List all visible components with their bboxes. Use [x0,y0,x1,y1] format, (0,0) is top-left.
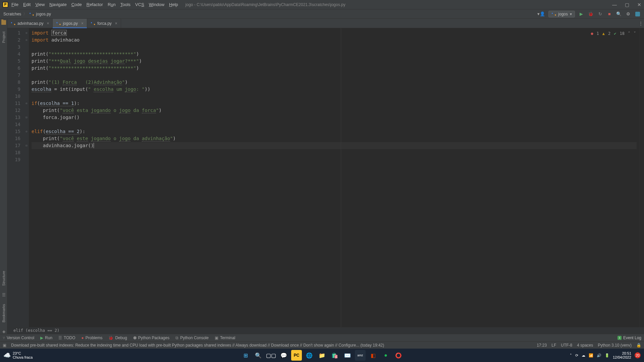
todo-icon: ☰ [58,336,62,340]
chrome-app-icon[interactable]: ⭕ [393,350,404,361]
tool-windows-toggle-icon[interactable]: ▣ [3,343,6,348]
close-tab-icon[interactable]: × [81,21,84,26]
project-tool-label[interactable]: Project [2,32,6,43]
mail-app-icon[interactable]: ✉️ [342,350,353,361]
python-icon: ⧉ [175,336,178,340]
edge-app-icon[interactable]: 🌐 [304,350,315,361]
python-icon [551,12,556,16]
close-tab-icon[interactable]: × [115,21,117,26]
status-message[interactable]: Download pre-built shared indexes: Reduc… [11,343,532,348]
menu-file[interactable]: File [11,2,18,7]
close-button[interactable]: ✕ [637,2,641,7]
tab-jogos[interactable]: jogos.py × [53,19,87,28]
menu-run[interactable]: Run [108,2,116,7]
menu-window[interactable]: Window [149,2,164,7]
chevron-down-icon[interactable]: ˅ [634,30,636,37]
stop-button[interactable]: ■ [606,11,612,17]
todo-tool[interactable]: ☰TODO [58,336,75,340]
context-text[interactable]: elif (escolha == 2) [13,328,59,333]
weather-widget[interactable]: ☁️ 23°C Chuva fraca [3,351,33,359]
tab-forca[interactable]: forca.py × [87,19,121,28]
lock-icon[interactable]: 🔒 [636,343,641,348]
structure-tool-label[interactable]: Structure [2,271,6,286]
breadcrumb-context: elif (escolha == 2) [7,327,644,334]
menu-code[interactable]: Code [71,2,82,7]
code-with-me-button[interactable] [635,11,641,17]
dropdown-icon: ▾ [570,12,572,16]
problems-tool[interactable]: ●Problems [82,336,103,340]
indent-setting[interactable]: 4 spaces [577,343,593,348]
menu-help[interactable]: Help [169,2,178,7]
explorer-app-icon[interactable]: 📁 [317,350,327,361]
run-coverage-button[interactable]: ↻ [597,11,603,17]
bookmarks-tool-label[interactable]: Bookmarks [2,304,6,322]
maximize-button[interactable]: ▢ [625,2,629,7]
code-editor[interactable]: 12345678910111213141516171819 ⊖⊖⊖⊟⊖⊟ ●1 … [7,28,644,327]
tab-advinhacao[interactable]: advinhacao.py × [7,19,53,28]
settings-button[interactable]: ⚙ [625,11,631,17]
menu-refactor[interactable]: Refactor [87,2,103,7]
problems-icon: ● [82,336,84,340]
main-menu: File Edit View Navigate Code Refactor Ru… [11,2,178,7]
typo-count: 18 [620,30,625,37]
python-interpreter[interactable]: Python 3.10 (venv) [598,343,632,348]
tray-sync-icon[interactable]: ⟳ [575,353,578,358]
line-separator[interactable]: LF [551,343,556,348]
search-everywhere-button[interactable]: 🔍 [616,11,622,17]
typo-check-icon: ✔ [614,30,616,37]
chevron-up-icon[interactable]: ˄ [628,30,630,37]
tray-battery-icon[interactable]: 🔋 [605,353,609,358]
breadcrumb-root[interactable]: Scratches [3,12,21,16]
menu-navigate[interactable]: Navigate [49,2,66,7]
tab-options-icon[interactable]: ⋮ [637,19,644,28]
terminal-tool[interactable]: ▣Terminal [215,336,235,340]
start-button[interactable]: ⊞ [240,350,251,361]
window-title: jogo - C:\Users\pablo\AppData\Roaming\Je… [185,2,345,7]
python-console-tool[interactable]: ⧉Python Console [175,336,209,340]
menu-tools[interactable]: Tools [120,2,130,7]
version-control-tool[interactable]: ⑂Version Control [3,336,34,340]
menu-edit[interactable]: Edit [23,2,31,7]
structure-icon[interactable]: ☰ [2,293,6,297]
spotify-app-icon[interactable]: ● [380,350,391,361]
tray-wifi-icon[interactable]: 📶 [589,353,593,358]
package-icon: ⬢ [133,336,137,340]
problems-label: Problems [86,336,103,340]
office-app-icon[interactable]: ◧ [368,350,378,361]
inspection-widget[interactable]: ●1 ▲2 ✔18 ˄ ˅ [591,30,636,37]
pycharm-app-icon: P [3,2,8,7]
windows-taskbar: ☁️ 23°C Chuva fraca ⊞ 🔍 ▢▢ 💬 PC 🌐 📁 🛍️ ✉… [0,349,644,362]
minimize-button[interactable]: — [612,2,617,7]
bookmarks-icon[interactable]: ◈ [2,329,5,334]
breadcrumb-file[interactable]: jogos.py [36,12,51,16]
tray-chevron-icon[interactable]: ˄ [570,353,572,358]
editor-area: advinhacao.py × jogos.py × forca.py × ⋮ … [7,19,644,334]
menu-view[interactable]: View [35,2,45,7]
run-config-selector[interactable]: jogos ▾ [548,11,575,17]
event-log-tool[interactable]: 1Event Log [618,336,641,340]
amazon-app-icon[interactable]: amz [355,350,366,361]
vc-label: Version Control [7,336,34,340]
run-button[interactable]: ▶ [578,11,584,17]
project-tool-icon[interactable] [1,20,6,25]
debug-tool[interactable]: 🐞Debug [108,336,127,340]
notification-badge[interactable]: 20 [635,352,641,358]
python-packages-tool[interactable]: ⬢Python Packages [133,336,169,340]
clock[interactable]: 20:51 12/04/2022 [613,351,631,359]
tray-volume-icon[interactable]: 🔊 [597,353,601,358]
debug-button[interactable]: 🐞 [588,11,594,17]
code-content[interactable]: ●1 ▲2 ✔18 ˄ ˅ import forcaimport advinha… [29,28,639,327]
menu-vcs[interactable]: VCS [135,2,144,7]
add-config-icon[interactable]: ▾👤 [537,11,545,16]
chat-app-icon[interactable]: 💬 [278,350,289,361]
file-encoding[interactable]: UTF-8 [561,343,572,348]
run-tool[interactable]: ▶Run [40,336,52,340]
pycharm-taskbar-icon[interactable]: PC [291,350,302,361]
tray-onedrive-icon[interactable]: ☁ [582,353,585,358]
task-view-button[interactable]: ▢▢ [266,350,276,361]
search-button[interactable]: 🔍 [253,350,264,361]
close-tab-icon[interactable]: × [47,21,49,26]
store-app-icon[interactable]: 🛍️ [329,350,340,361]
error-stripe[interactable] [639,28,644,327]
cursor-position[interactable]: 17:23 [537,343,547,348]
